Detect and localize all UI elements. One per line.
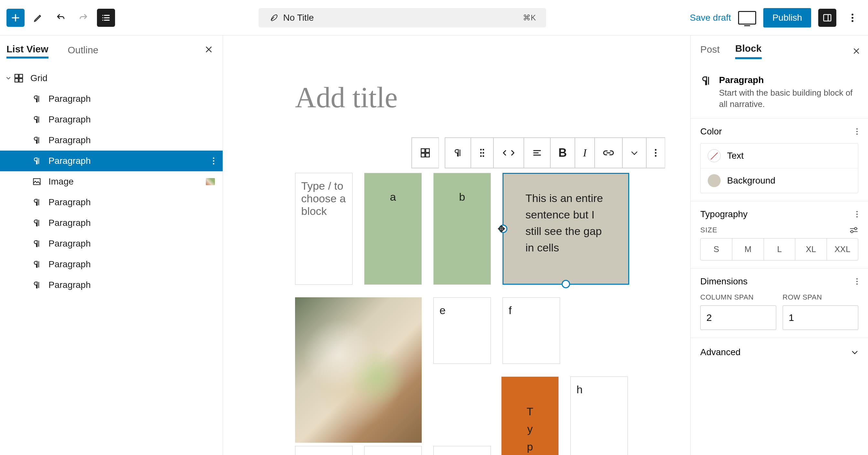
svg-point-3 [851,20,854,22]
tab-block[interactable]: Block [735,43,762,59]
bold-button[interactable]: B [550,138,575,168]
grid-cell-e[interactable]: e [433,297,491,364]
transform-button[interactable] [445,138,471,168]
svg-point-27 [856,133,858,135]
close-settings-button[interactable] [852,47,860,55]
grid-cell-orange[interactable]: T y p e / [501,376,559,455]
toolbar-right: Save draft Publish [690,8,862,27]
tree-row-paragraph[interactable]: Paragraph [0,89,223,109]
redo-button[interactable] [74,9,92,27]
row-options-button[interactable] [212,157,215,165]
list-icon [101,13,111,23]
svg-point-19 [483,152,484,154]
title-placeholder[interactable]: Add title [295,81,398,114]
settings-panel: Post Block Paragraph Start with the basi… [690,35,868,455]
column-span-input[interactable] [700,305,776,330]
italic-button[interactable]: I [575,138,595,168]
block-options-button[interactable] [646,138,665,168]
add-block-button[interactable] [6,9,25,27]
section-options-button[interactable] [856,210,858,218]
save-draft-button[interactable]: Save draft [690,12,731,23]
svg-point-17 [483,149,484,151]
tab-post[interactable]: Post [700,44,720,58]
grid-cell-empty[interactable] [433,446,491,455]
options-button[interactable] [843,9,862,27]
chevron-down-icon [4,75,13,82]
cell-text: This is an entire sentence but I still s… [509,180,622,256]
svg-point-32 [851,231,853,233]
align-button[interactable] [524,138,550,168]
size-s[interactable]: S [701,239,732,260]
tree-row-paragraph[interactable]: Paragraph [0,130,223,151]
resize-handle-bottom[interactable] [562,280,570,288]
sidebar-icon [823,13,832,23]
grid-cell-selected[interactable]: This is an entire sentence but I still s… [502,173,629,285]
tree-row-paragraph[interactable]: Paragraph [0,275,223,295]
column-span-label: COLUMN SPAN [700,293,753,301]
grid-cell-image[interactable] [295,297,422,443]
tree-row-paragraph[interactable]: Paragraph [0,213,223,233]
edit-button[interactable] [29,9,47,27]
grid-cell-empty[interactable] [295,446,352,455]
svg-point-22 [655,149,657,151]
editor-canvas: Add title B I Type / to choose a block a [223,35,690,455]
svg-point-23 [655,152,657,153]
tree-row-paragraph[interactable]: Paragraph [0,233,223,254]
size-m[interactable]: M [732,239,763,260]
size-xxl[interactable]: XXL [827,239,858,260]
color-label: Text [727,151,744,161]
grid-cell-empty[interactable]: Type / to choose a block [295,173,352,285]
row-span-input[interactable] [783,305,859,330]
tree-row-image[interactable]: Image [0,171,223,192]
grid-cell-empty[interactable] [364,446,422,455]
background-color-button[interactable]: Background [701,168,858,193]
tree-row-grid[interactable]: Grid [0,68,223,89]
text-color-button[interactable]: Text [701,144,858,168]
tab-outline[interactable]: Outline [68,44,99,58]
svg-point-18 [480,152,482,154]
section-options-button[interactable] [856,128,858,135]
tab-list-view[interactable]: List View [6,43,49,59]
tree-row-paragraph[interactable]: Paragraph [0,254,223,275]
drag-handle[interactable] [471,138,493,168]
move-buttons[interactable] [493,138,524,168]
settings-toggle-button[interactable] [818,9,836,27]
size-settings-button[interactable] [849,227,858,233]
grid-cell-a[interactable]: a [364,173,422,285]
advanced-section-toggle[interactable]: Advanced [690,338,868,366]
device-icon [738,11,756,25]
tree-row-paragraph-selected[interactable]: Paragraph [0,151,223,171]
svg-point-2 [851,17,854,19]
paragraph-icon [31,279,43,291]
size-l[interactable]: L [764,239,795,260]
section-options-button[interactable] [856,278,858,285]
document-overview-button[interactable] [97,9,115,27]
parent-block-button[interactable] [411,137,439,169]
svg-rect-14 [421,153,425,157]
publish-button[interactable]: Publish [763,8,811,27]
preview-button[interactable] [738,11,756,25]
svg-point-1 [851,13,854,16]
paragraph-icon [453,148,463,158]
undo-button[interactable] [52,9,70,27]
link-button[interactable] [595,138,622,168]
more-formatting-button[interactable] [622,138,646,168]
grid-cell-b[interactable]: b [433,173,491,285]
size-xl[interactable]: XL [795,239,826,260]
grid-cell-h[interactable]: h [570,376,628,455]
svg-point-16 [480,149,482,151]
document-title-bar[interactable]: No Title ⌘K [258,8,546,27]
grid-cell-f[interactable]: f [502,297,560,364]
kebab-icon [856,128,858,135]
link-icon [603,148,614,157]
tree-row-paragraph[interactable]: Paragraph [0,109,223,130]
cell-text: T y p e / [507,383,553,455]
redo-icon [78,13,89,23]
swatch-none-icon [708,149,721,162]
tree-row-paragraph[interactable]: Paragraph [0,192,223,213]
color-label: Background [727,176,775,186]
block-description: Paragraph Start with the basic building … [690,67,868,119]
top-toolbar: No Title ⌘K Save draft Publish [0,0,868,35]
pencil-icon [33,13,43,23]
close-panel-button[interactable] [205,45,213,54]
